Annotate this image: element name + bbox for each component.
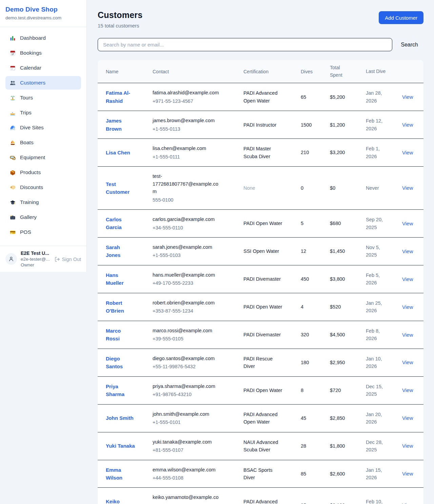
customer-phone: +1-555-0113 [153, 125, 222, 133]
column-header-last-dive: Last Dive [360, 60, 397, 83]
certification: PADI Divemaster [243, 275, 284, 283]
table-row: Test Customer test-1772681807767@example… [98, 167, 423, 210]
customer-name-link[interactable]: John Smith [106, 414, 134, 422]
last-dive: Feb 8, 2026 [366, 327, 391, 342]
sidebar-item-label: Tours [20, 95, 33, 101]
customer-name-link[interactable]: Yuki Tanaka [106, 442, 135, 450]
add-customer-button[interactable]: Add Customer [379, 11, 423, 24]
customer-name-link[interactable]: Hans Mueller [106, 271, 136, 287]
view-link[interactable]: View [402, 443, 413, 449]
customer-phone: +44-555-0108 [153, 474, 222, 482]
users-icon [9, 80, 16, 86]
sidebar-item-tours[interactable]: Tours [5, 91, 81, 105]
customer-name-link[interactable]: Test Customer [106, 180, 136, 196]
sidebar-item-trips[interactable]: Trips [5, 106, 81, 119]
customer-name-link[interactable]: Keiko Yamamoto [106, 498, 136, 504]
customer-phone: +1-555-0103 [153, 251, 222, 259]
view-link[interactable]: View [402, 94, 413, 100]
sidebar-item-training[interactable]: Training [5, 195, 81, 209]
customer-email: priya.sharma@example.com [153, 382, 222, 390]
avatar [5, 253, 17, 265]
last-dive: Jan 20, 2026 [366, 411, 391, 426]
sidebar-item-customers[interactable]: Customers [5, 76, 81, 90]
sidebar-item-bookings[interactable]: 17 Bookings [5, 46, 81, 60]
customer-name-link[interactable]: Diego Santos [106, 355, 136, 371]
sidebar-item-pos[interactable]: POS [5, 225, 81, 239]
sidebar-item-gallery[interactable]: Gallery [5, 210, 81, 224]
diving-mask-icon [9, 154, 16, 161]
view-link[interactable]: View [402, 221, 413, 226]
customer-phone: +971-55-123-4567 [153, 97, 222, 105]
sidebar-item-label: Equipment [20, 154, 45, 161]
main-content: Customers 15 total customers Add Custome… [87, 0, 434, 504]
view-link[interactable]: View [402, 471, 413, 477]
sidebar-item-dive-sites[interactable]: Dive Sites [5, 121, 81, 134]
sidebar-item-discounts[interactable]: Discounts [5, 181, 81, 194]
table-row: Fatima Al-Rashid fatima.alrashid@example… [98, 83, 423, 111]
certification: PADI Open Water [243, 303, 284, 311]
sidebar-item-products[interactable]: Products [5, 166, 81, 179]
customer-phone: +49-170-555-2233 [153, 279, 222, 287]
customer-name-link[interactable]: Fatima Al-Rashid [106, 89, 136, 105]
sidebar-item-equipment[interactable]: Equipment [5, 151, 81, 164]
view-link[interactable]: View [402, 502, 413, 504]
customer-name-link[interactable]: Lisa Chen [106, 149, 130, 156]
package-icon [9, 169, 16, 175]
customer-name-link[interactable]: James Brown [106, 117, 136, 133]
sign-out-button[interactable]: Sign Out [55, 257, 81, 262]
last-dive: Jan 28, 2026 [366, 89, 391, 105]
customer-name-link[interactable]: Priya Sharma [106, 382, 136, 398]
view-link[interactable]: View [402, 415, 413, 421]
dives-count: 12 [295, 238, 324, 265]
shop-name: Demo Dive Shop [5, 6, 81, 13]
last-dive: Jan 10, 2026 [366, 355, 391, 370]
sidebar-item-dashboard[interactable]: Dashboard [5, 31, 81, 45]
table-row: Sarah Jones sarah.jones@example.com+1-55… [98, 238, 423, 265]
shop-domain: demo.test.divestreams.com [5, 15, 81, 20]
view-link[interactable]: View [402, 248, 413, 254]
total-spent: $1,450 [324, 238, 360, 265]
last-dive: Sep 20, 2025 [366, 216, 391, 231]
customer-name-link[interactable]: Carlos Garcia [106, 216, 136, 231]
last-dive: Dec 15, 2025 [366, 383, 391, 398]
customer-name-link[interactable]: Robert O'Brien [106, 299, 136, 315]
graduation-cap-icon [9, 199, 16, 205]
total-spent: $1,200 [324, 111, 360, 139]
dives-count: 180 [295, 349, 324, 376]
dives-count: 4 [295, 293, 324, 321]
dives-count: 1500 [295, 111, 324, 139]
search-bar: Search [98, 38, 423, 51]
sidebar-item-label: Dashboard [20, 35, 46, 41]
view-link[interactable]: View [402, 150, 413, 155]
customer-name-link[interactable]: Marco Rossi [106, 327, 136, 343]
view-link[interactable]: View [402, 276, 413, 282]
customer-count: 15 total customers [98, 23, 142, 29]
dives-count: 45 [295, 404, 324, 432]
user-meta: E2E Test U... e2e-tester@... Owner [21, 250, 51, 267]
sidebar-item-boats[interactable]: Boats [5, 136, 81, 149]
column-header-name: Name [98, 60, 147, 83]
view-link[interactable]: View [402, 122, 413, 128]
view-link[interactable]: View [402, 387, 413, 393]
customer-phone: +34-555-0110 [153, 224, 222, 231]
table-row: John Smith john.smith@example.com+1-555-… [98, 404, 423, 432]
certification: SSI Open Water [243, 247, 284, 255]
tag-icon [9, 184, 16, 190]
customer-phone: +55-11-99876-5432 [153, 363, 222, 370]
table-row: Yuki Tanaka yuki.tanaka@example.com+81-5… [98, 432, 423, 460]
customer-name-link[interactable]: Emma Wilson [106, 466, 136, 482]
calendar-icon [9, 65, 16, 71]
customer-name-link[interactable]: Sarah Jones [106, 243, 136, 259]
customer-phone: +39-555-0105 [153, 335, 222, 342]
sidebar-item-calendar[interactable]: Calendar [5, 61, 81, 75]
total-spent: $3,200 [324, 139, 360, 167]
view-link[interactable]: View [402, 332, 413, 338]
search-input[interactable] [98, 38, 392, 51]
search-button[interactable]: Search [392, 42, 423, 48]
view-link[interactable]: View [402, 359, 413, 365]
view-link[interactable]: View [402, 185, 413, 191]
view-link[interactable]: View [402, 304, 413, 310]
last-dive: Feb 12, 2026 [366, 117, 391, 132]
customer-email: emma.wilson@example.com [153, 466, 222, 473]
sidebar-item-label: Calendar [20, 65, 41, 71]
